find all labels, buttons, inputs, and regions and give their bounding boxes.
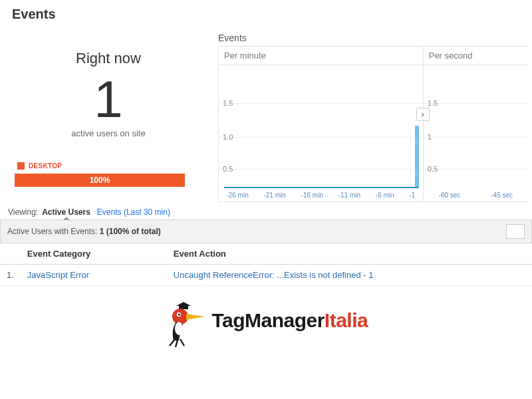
right-now-panel: Right now 1 active users on site DESKTOP… — [12, 26, 205, 202]
brand-logo: TagManagerItalia — [0, 286, 532, 355]
charts-title: Events — [218, 33, 528, 46]
summary-bar: Active Users with Events: 1 (100% of tot… — [0, 220, 532, 243]
chart-per-minute-body: 1.5 1.0 0.5 -26 min -21 min -16 min -11 … — [219, 66, 423, 201]
summary-pct: (100% of total) — [104, 227, 160, 236]
page-title: Events — [0, 0, 532, 26]
chart-baseline — [224, 187, 419, 188]
ytick: 1.0 — [223, 133, 233, 141]
charts-panel: Events Per minute 1.5 1.0 0.5 -26 min -2… — [205, 26, 528, 202]
tabs-bar: Viewing: Active Users Events (Last 30 mi… — [0, 202, 532, 220]
device-swatch — [17, 162, 25, 170]
logo-italia: Italia — [325, 309, 368, 331]
device-legend: DESKTOP — [15, 162, 202, 170]
right-now-title: Right now — [12, 50, 205, 67]
xtick: -26 min — [226, 192, 248, 199]
chart-per-second: Per second 1.5 1 0.5 -60 sec -45 sec — [424, 47, 528, 201]
search-input[interactable] — [506, 224, 525, 239]
cell-idx: 1. — [0, 265, 21, 286]
top-section: Right now 1 active users on site DESKTOP… — [0, 26, 532, 202]
woodpecker-icon — [164, 302, 207, 348]
xtick: -60 sec — [439, 192, 461, 199]
xtick: -16 min — [301, 192, 323, 199]
ytick: 1 — [428, 133, 432, 141]
th-category[interactable]: Event Category — [21, 243, 167, 265]
tab-events-last-30[interactable]: Events (Last 30 min) — [97, 207, 170, 217]
chart-per-minute: Per minute 1.5 1.0 0.5 -26 min -21 min -… — [219, 47, 424, 201]
chart-bar-last — [415, 126, 419, 187]
right-now-value: 1 — [12, 72, 205, 127]
summary-prefix: Active Users with Events: — [7, 227, 100, 236]
x-ticks: -60 sec -45 sec — [424, 192, 528, 199]
svg-point-4 — [178, 313, 180, 315]
right-now-subtitle: active users on site — [12, 128, 205, 138]
device-label: DESKTOP — [29, 162, 62, 170]
events-table: Event Category Event Action 1. JavaScrip… — [0, 243, 532, 286]
ytick: 1.5 — [428, 99, 438, 107]
device-breakdown: DESKTOP 100% — [12, 162, 205, 187]
ytick: 1.5 — [223, 99, 233, 107]
cell-action[interactable]: Uncaught ReferenceError: ...Exists is no… — [167, 265, 532, 286]
xtick: -1 — [409, 192, 415, 199]
svg-point-6 — [175, 322, 183, 335]
device-bar: 100% — [15, 174, 185, 187]
xtick: -45 sec — [491, 192, 513, 199]
ytick: 0.5 — [428, 165, 438, 173]
xtick: -6 min — [376, 192, 394, 199]
svg-point-2 — [172, 309, 188, 325]
chevron-right-icon[interactable]: › — [416, 108, 430, 121]
xtick: -11 min — [338, 192, 360, 199]
xtick: -21 min — [263, 192, 285, 199]
summary-text: Active Users with Events: 1 (100% of tot… — [7, 227, 161, 236]
th-action[interactable]: Event Action — [167, 243, 532, 265]
x-ticks: -26 min -21 min -16 min -11 min -6 min -… — [219, 192, 423, 199]
cell-category[interactable]: JavaScript Error — [21, 265, 167, 286]
chart-per-minute-label: Per minute — [219, 47, 423, 65]
svg-marker-5 — [186, 314, 205, 320]
charts-wrap: Per minute 1.5 1.0 0.5 -26 min -21 min -… — [218, 46, 528, 202]
chart-per-second-body: 1.5 1 0.5 -60 sec -45 sec — [424, 66, 528, 201]
tabs-label: Viewing: — [8, 207, 38, 217]
chart-per-second-label: Per second — [424, 47, 528, 65]
th-idx — [0, 243, 21, 265]
logo-text: TagManagerItalia — [211, 309, 368, 331]
logo-tagmanager: TagManager — [211, 309, 324, 331]
table-row[interactable]: 1. JavaScript Error Uncaught ReferenceEr… — [0, 265, 532, 286]
tab-active-users[interactable]: Active Users — [42, 207, 90, 217]
ytick: 0.5 — [223, 165, 233, 173]
